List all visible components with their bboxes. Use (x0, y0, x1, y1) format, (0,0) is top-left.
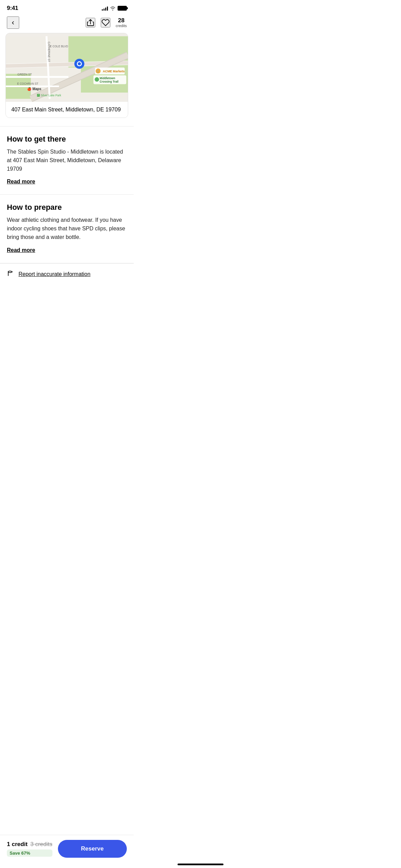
svg-point-26 (95, 77, 99, 82)
svg-text:ACME Markets: ACME Markets (103, 70, 125, 73)
svg-text:🛒: 🛒 (96, 69, 100, 73)
flag-icon (7, 270, 14, 278)
svg-point-17 (78, 62, 81, 65)
map-container[interactable]: CATHERINE ST E COLE BLVD GREEN ST E COCH… (5, 33, 128, 118)
bottom-spacer (0, 285, 134, 319)
how-to-get-there-body: The Stables Spin Studio - Middletown is … (7, 148, 127, 173)
svg-text:🍎 Maps: 🍎 Maps (27, 87, 41, 91)
report-link[interactable]: Report inaccurate information (19, 271, 90, 277)
svg-text:🅿 Silver Lake Park: 🅿 Silver Lake Park (37, 94, 61, 97)
nav-actions: 28 credits (86, 17, 127, 28)
svg-text:E COCHRAN ST: E COCHRAN ST (17, 82, 38, 85)
svg-text:GREEN ST: GREEN ST (17, 73, 32, 76)
how-to-get-there-title: How to get there (7, 135, 127, 144)
share-icon (86, 19, 95, 27)
how-to-prepare-title: How to prepare (7, 203, 127, 212)
how-to-prepare-body: Wear athletic clothing and footwear. If … (7, 216, 127, 241)
battery-icon (118, 6, 127, 11)
status-icons (102, 6, 127, 11)
heart-icon (101, 19, 110, 27)
signal-icon (102, 6, 108, 11)
favorite-button[interactable] (101, 18, 110, 27)
status-bar: 9:41 (0, 0, 134, 14)
svg-text:Middletown: Middletown (100, 77, 115, 80)
status-time: 9:41 (7, 5, 18, 12)
back-chevron-icon: ‹ (12, 18, 14, 27)
back-button[interactable]: ‹ (7, 16, 19, 29)
wifi-icon (110, 6, 116, 11)
svg-text:Crossing Trail: Crossing Trail (100, 80, 119, 83)
how-to-prepare-section: How to prepare Wear athletic clothing an… (0, 195, 134, 263)
svg-text:E COLE BLVD: E COLE BLVD (50, 45, 68, 48)
nav-bar: ‹ 28 credits (0, 14, 134, 33)
map-image: CATHERINE ST E COLE BLVD GREEN ST E COCH… (6, 33, 128, 102)
report-section: Report inaccurate information (0, 263, 134, 285)
how-to-get-there-section: How to get there The Stables Spin Studio… (0, 126, 134, 194)
map-visual[interactable]: CATHERINE ST E COLE BLVD GREEN ST E COCH… (6, 33, 128, 102)
map-address: 407 East Main Street, Middletown, DE 197… (6, 102, 128, 118)
how-to-get-there-read-more[interactable]: Read more (7, 179, 35, 185)
share-button[interactable] (86, 18, 95, 27)
credits-badge: 28 credits (116, 17, 127, 28)
how-to-prepare-read-more[interactable]: Read more (7, 247, 35, 253)
